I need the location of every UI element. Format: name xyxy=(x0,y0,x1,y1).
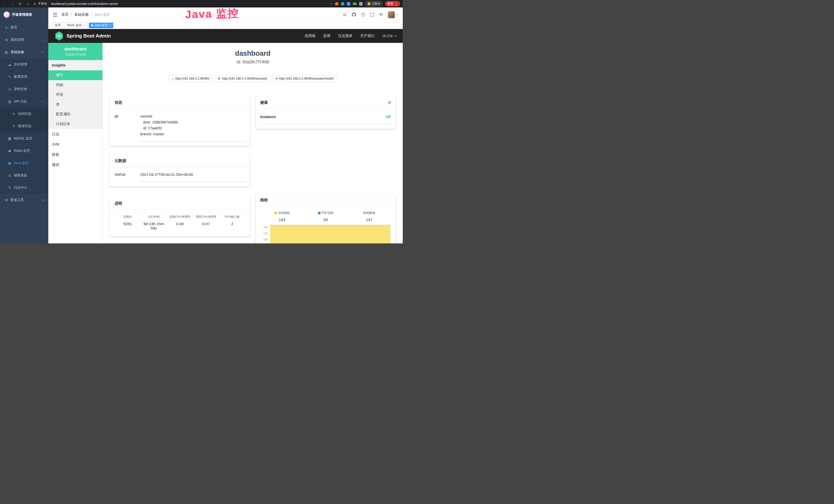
active-dot xyxy=(91,24,93,26)
sidebar-item-config-management[interactable]: ✎ 配置管理 xyxy=(0,71,48,83)
sba-item-logs[interactable]: 日志 xyxy=(48,129,103,139)
card-title: 进程 xyxy=(114,201,122,206)
close-icon[interactable]: × xyxy=(83,24,85,27)
stat-system-cpu: 系统CPU使用率 0.07 xyxy=(193,215,219,230)
card-header: 线程 xyxy=(256,194,396,206)
legend-peak-threads: 线程峰值 147 xyxy=(347,211,391,222)
history-icon[interactable]: ↺ xyxy=(388,100,391,105)
sba-item-scheduled-tasks[interactable]: 计划任务 xyxy=(48,119,103,129)
bookmark-star-icon[interactable]: ☆ xyxy=(330,2,333,6)
extension-icon[interactable] xyxy=(359,2,363,6)
extension-icon[interactable] xyxy=(335,2,338,6)
sba-sidebar: dashboard 93a3fc7f7409 Insights 细节 性能 环境… xyxy=(48,43,103,244)
close-icon[interactable]: × xyxy=(109,24,111,27)
sba-item-performance[interactable]: 性能 xyxy=(48,80,103,90)
help-icon[interactable]: ? xyxy=(361,13,365,17)
sidebar-item-redis-monitor[interactable]: ◆ Redis 监控 xyxy=(0,144,48,157)
forward-button[interactable]: → xyxy=(10,2,15,6)
logo-avatar xyxy=(4,12,10,18)
legend-value: 143 xyxy=(260,217,304,222)
update-button[interactable]: 更新 ⋮ xyxy=(385,1,400,6)
sba-item-jvm[interactable]: JVM xyxy=(48,139,103,150)
sidebar-item-java-monitor[interactable]: ▣ Java 监控 xyxy=(0,157,48,169)
stat-value: 0.07 xyxy=(193,222,219,226)
extension-on-badge[interactable]: on xyxy=(353,2,357,5)
process-stats: 进程ID 5261 运行时间 6d 23h 15m 59s xyxy=(114,214,245,232)
health-instance-row[interactable]: Instance UP xyxy=(260,113,391,124)
sba-item-details[interactable]: 细节 xyxy=(48,70,103,80)
paused-pill[interactable]: 已暂停 xyxy=(365,1,383,6)
stat-label: 运行时间 xyxy=(141,215,167,219)
app-logo[interactable]: 芋道管理系统 xyxy=(0,7,48,21)
sidebar-item-scheduled-jobs[interactable]: ◷ 定时任务 xyxy=(0,83,48,95)
breadcrumb-current: Java 监控 xyxy=(94,12,110,17)
tab-redis-monitor[interactable]: Redis 监控 × xyxy=(65,23,87,28)
tab-java-monitor[interactable]: Java 监控 × xyxy=(89,23,113,28)
sba-item-mappings[interactable]: 映射 xyxy=(48,150,103,160)
stat-value: 5261 xyxy=(114,222,141,226)
sba-nav-wallboard[interactable]: 应用墙 xyxy=(305,33,315,38)
language-label: zh-CN xyxy=(382,34,393,38)
sidebar-item-infrastructure[interactable]: ▤ 基础设施 xyxy=(0,46,48,58)
breadcrumb: 首页 / 基础设施 / Java 监控 xyxy=(61,12,110,17)
fullscreen-icon[interactable] xyxy=(370,13,374,17)
address-bar[interactable]: ⚠ 不安全 dashboard.yudao.iocoder.cn/infra/a… xyxy=(34,2,327,6)
sidebar-item-error-logs[interactable]: ✎ 错误日志 xyxy=(0,120,48,132)
tags-bar: 首页 Redis 监控 × Java 监控 × xyxy=(48,22,403,29)
home-button[interactable]: ⌂ xyxy=(26,2,30,6)
extension-icon[interactable] xyxy=(341,2,345,6)
extension-icon[interactable] xyxy=(347,2,350,6)
font-size-icon[interactable]: TT xyxy=(379,13,383,17)
sba-nav-about[interactable]: 关于我们 xyxy=(360,33,374,38)
sba-item-caches[interactable]: 缓存 xyxy=(48,160,103,170)
sidebar-item-system[interactable]: ⚙ 系统管理 xyxy=(0,33,48,46)
hamburger-icon[interactable] xyxy=(53,13,57,17)
sidebar-item-tracing[interactable]: ◎ 链路追踪 xyxy=(0,169,48,182)
tab-home[interactable]: 首页 xyxy=(52,23,63,28)
refresh-button[interactable]: ↻ xyxy=(18,2,23,6)
sidebar-item-api-logs[interactable]: ▥ API 日志 xyxy=(0,95,48,108)
sidebar-item-home[interactable]: ⊙ 首页 xyxy=(0,21,48,33)
language-selector[interactable]: zh-CN xyxy=(382,34,396,38)
spring-boot-admin: Spring Boot Admin 应用墙 应用 日志报表 关于我们 zh-CN xyxy=(48,29,403,244)
user-menu[interactable] xyxy=(388,11,398,18)
page-title: dashboard xyxy=(103,49,403,58)
actuator-url-link[interactable]: ⚙ http://192.168.0.2:48080/actuator xyxy=(215,75,271,82)
chart-y-axis: 140 120 100 xyxy=(260,226,269,241)
instance-label: Instance xyxy=(260,115,276,119)
sidebar-item-mysql-monitor[interactable]: ▦ MySQL 监控 xyxy=(0,132,48,144)
sba-nav-applications[interactable]: 应用 xyxy=(323,33,330,38)
topbar: 首页 / 基础设施 / Java 监控 ? TT xyxy=(48,7,403,22)
search-icon[interactable] xyxy=(343,13,347,17)
sba-instance-header[interactable]: dashboard 93a3fc7f7409 xyxy=(48,43,103,60)
log-center-icon: ✎ xyxy=(8,186,12,190)
sidebar-item-access-logs[interactable]: ✎ 访问日志 xyxy=(0,108,48,120)
page-subtitle: Id: 93a3fc7f7409 xyxy=(103,60,403,65)
breadcrumb-infrastructure[interactable]: 基础设施 xyxy=(74,12,89,17)
stat-uptime: 运行时间 6d 23h 15m 59s xyxy=(141,215,167,230)
security-label: 不安全 xyxy=(38,2,47,6)
health-url-link[interactable]: ♥ http://192.168.0.2:48080/actuator/heal… xyxy=(272,75,337,82)
sba-item-classes[interactable]: 类 xyxy=(48,100,103,109)
service-url-link[interactable]: ⌂ http://192.168.0.2:48080/ xyxy=(169,75,213,82)
sidebar-item-file-management[interactable]: ☁ 文件管理 xyxy=(0,58,48,71)
paused-label: 已暂停 xyxy=(372,2,380,6)
breadcrumb-home[interactable]: 首页 xyxy=(61,12,69,17)
github-icon[interactable] xyxy=(352,13,356,17)
legend-square-blue xyxy=(318,212,321,214)
sba-body: dashboard 93a3fc7f7409 Insights 细节 性能 环境… xyxy=(48,43,403,244)
sba-item-config-props[interactable]: 配置属性 xyxy=(48,109,103,119)
browser-actions: ☆ on 已暂停 更新 ⋮ xyxy=(330,1,400,6)
tools-icon: ⚙ xyxy=(4,198,8,202)
app-title: 芋道管理系统 xyxy=(12,12,32,17)
update-label: 更新 xyxy=(387,2,393,6)
card-title: 线程 xyxy=(260,198,268,203)
sidebar-item-label: 研发工具 xyxy=(10,198,24,202)
tab-label: Java 监控 xyxy=(94,23,108,27)
sidebar-item-log-center[interactable]: ✎ 日志中心 xyxy=(0,182,48,194)
sba-item-environment[interactable]: 环境 xyxy=(48,90,103,100)
back-button[interactable]: ← xyxy=(3,2,7,6)
sidebar-item-label: 日志中心 xyxy=(14,185,27,190)
sidebar-item-dev-tools[interactable]: ⚙ 研发工具 xyxy=(0,194,48,206)
sba-nav-journal[interactable]: 日志报表 xyxy=(338,33,352,38)
